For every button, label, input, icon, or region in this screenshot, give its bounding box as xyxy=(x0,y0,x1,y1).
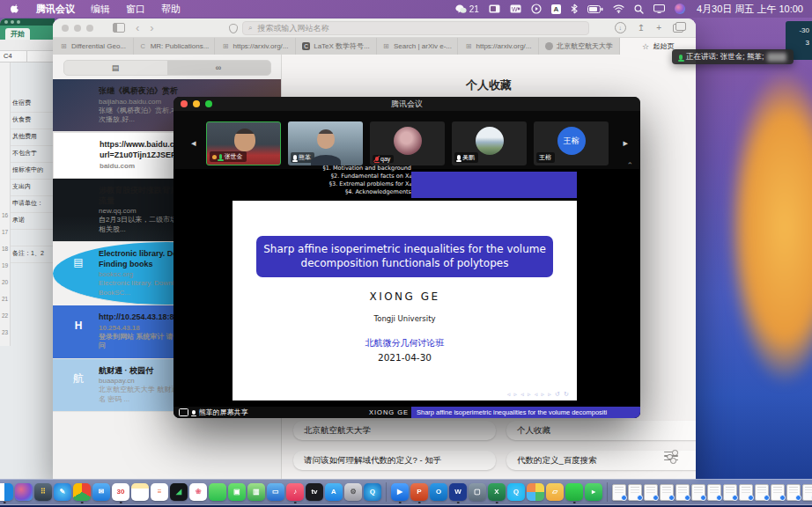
search-icon[interactable] xyxy=(634,4,644,14)
stocks-icon[interactable]: ◢ xyxy=(170,483,188,501)
scroll-left-icon[interactable]: ◂ xyxy=(191,137,196,149)
menu-bar-clock[interactable]: 4月30日 周五 上午 10:00 xyxy=(697,3,803,16)
minimized-window[interactable] xyxy=(660,484,674,501)
video-player-icon[interactable]: ▸ xyxy=(585,483,602,501)
siri-icon[interactable] xyxy=(15,483,33,501)
menu-item[interactable]: 编辑 xyxy=(91,3,110,16)
input-a-icon[interactable]: A xyxy=(551,4,561,14)
outlook-icon[interactable]: O xyxy=(430,483,447,501)
吴鹏[interactable]: 吴鹏 xyxy=(452,121,527,165)
apple-logo[interactable] xyxy=(11,4,20,15)
browser-tab[interactable]: Search | arXiv e-... xyxy=(377,38,458,55)
minimized-window[interactable] xyxy=(723,484,737,501)
music-icon[interactable]: ♪ xyxy=(286,483,304,501)
minimized-window[interactable] xyxy=(707,484,721,501)
chrome-icon[interactable] xyxy=(73,483,91,501)
tab-overview-icon[interactable] xyxy=(673,24,683,33)
browser-tab[interactable]: https://arxiv.org/... xyxy=(458,38,539,55)
wechat-icon[interactable]: 21 xyxy=(455,4,479,14)
favorite-pill[interactable]: 北京航空航天大学 xyxy=(293,421,496,440)
reading-list-segment[interactable]: ∞ xyxy=(167,61,270,75)
mail-icon[interactable]: ✉ xyxy=(92,483,110,501)
wps-cell[interactable]: 其他费用 xyxy=(11,129,55,146)
folder-icon[interactable]: ▱ xyxy=(546,483,564,501)
wps-cell[interactable]: 住宿费 xyxy=(11,96,55,113)
wps-cell[interactable]: 申请单位： xyxy=(11,196,55,213)
minimized-window[interactable] xyxy=(802,484,812,501)
beamer-nav-icons[interactable]: ◃ ▹ ◃ ▹ ◃ ▹ ▹ ↺ ↻ xyxy=(507,391,570,398)
search-input[interactable] xyxy=(255,23,583,33)
sidebar-toggle-icon[interactable] xyxy=(113,23,125,33)
divider[interactable] xyxy=(386,482,387,502)
menu-item[interactable]: 帮助 xyxy=(161,3,181,16)
minimized-window[interactable] xyxy=(771,484,785,501)
customize-page-icon[interactable] xyxy=(664,452,678,462)
wps-cell[interactable]: 报标准中的 xyxy=(11,163,55,180)
finder-icon[interactable] xyxy=(0,483,13,501)
wps-cell[interactable] xyxy=(11,230,55,246)
downloads-icon[interactable]: ↓ xyxy=(615,22,626,33)
wework-icon[interactable]: W xyxy=(510,4,521,13)
wps-cell[interactable]: 不包含于 xyxy=(11,146,55,163)
share-icon[interactable]: ↥ xyxy=(638,23,645,33)
favorite-pill[interactable]: 请问该如何理解域代数的定义? - 知乎 xyxy=(293,451,496,470)
wps-spreadsheet-window[interactable]: 开始 C4 1617181920212223 住宿费伙食费其他费用不包含于报标准… xyxy=(0,18,55,480)
wifi-icon[interactable] xyxy=(613,4,624,13)
calendar-icon[interactable]: 30 xyxy=(112,483,129,501)
address-bar[interactable]: ⌕ xyxy=(242,21,589,35)
tencent-meeting-icon[interactable]: ▶ xyxy=(391,483,409,501)
maps-icon[interactable] xyxy=(527,483,544,501)
remote-desktop-icon[interactable]: ▢ xyxy=(469,483,486,501)
compose-icon[interactable]: ✎ xyxy=(54,483,71,501)
minimized-window[interactable] xyxy=(675,484,690,501)
张世金[interactable]: 张世金 xyxy=(206,121,281,165)
messages-icon[interactable] xyxy=(209,483,226,501)
menu-item[interactable]: 窗口 xyxy=(126,3,145,16)
minimized-window[interactable] xyxy=(739,484,753,501)
minimized-window[interactable] xyxy=(644,484,658,501)
sidebar-segmented-control[interactable]: ▤ ∞ xyxy=(63,60,271,76)
wps-tab-start[interactable]: 开始 xyxy=(5,28,30,40)
qq-browser-icon[interactable]: Q xyxy=(507,483,525,501)
speaking-indicator-toast[interactable]: 正在讲话: 张世金; 熊革; xyxy=(672,49,794,64)
minimized-window[interactable] xyxy=(691,484,705,501)
back-icon[interactable]: ‹ xyxy=(136,21,139,34)
tv-icon[interactable]: tv xyxy=(306,483,323,501)
keynote-icon[interactable]: ▭ xyxy=(267,483,284,501)
scroll-right-icon[interactable]: ▸ xyxy=(623,137,628,149)
browser-tab[interactable]: https://arxiv.org/... xyxy=(215,38,296,55)
forward-icon[interactable]: › xyxy=(150,21,153,34)
divider[interactable] xyxy=(607,482,608,502)
熊革[interactable]: 熊革 xyxy=(288,121,363,165)
powerpoint-icon[interactable]: P xyxy=(410,483,428,501)
reminders-icon[interactable]: ≡ xyxy=(151,483,168,501)
favorite-pill[interactable]: 个人收藏 xyxy=(506,421,696,440)
minimized-window[interactable] xyxy=(612,484,626,501)
display-icon[interactable] xyxy=(653,4,665,13)
wps-cell-ref[interactable]: C4 xyxy=(0,51,27,62)
numbers-icon[interactable]: ▥ xyxy=(247,483,265,501)
wps-icon[interactable]: W xyxy=(449,483,467,501)
siri-icon[interactable] xyxy=(675,4,685,14)
appstore-icon[interactable]: A xyxy=(325,483,343,501)
bluetooth-icon[interactable] xyxy=(571,4,578,14)
quicktime-icon[interactable]: Q xyxy=(364,483,381,501)
facetime-icon[interactable]: ▣ xyxy=(228,483,246,501)
keyboard-icon[interactable] xyxy=(489,4,500,13)
wps-cell[interactable]: 承诺 xyxy=(11,213,55,230)
browser-tab[interactable]: LaTeX 数学符号... xyxy=(296,38,377,55)
notes-icon[interactable] xyxy=(131,483,149,501)
wechat-icon[interactable] xyxy=(565,483,583,501)
minimized-window[interactable] xyxy=(786,484,801,501)
browser-tab[interactable]: Differential Geo... xyxy=(53,38,134,55)
photos-icon[interactable]: ❀ xyxy=(189,483,207,501)
wps-cell[interactable]: 备注：1、2 xyxy=(11,246,55,263)
new-tab-icon[interactable]: + xyxy=(656,23,661,33)
minimized-window[interactable] xyxy=(628,484,642,501)
wps-cell[interactable]: 支出内 xyxy=(11,180,55,196)
browser-tab[interactable]: 北京航空航天大学 xyxy=(539,38,620,55)
settings-icon[interactable]: ⚙ xyxy=(344,483,362,501)
王榕[interactable]: 王榕 王榕 xyxy=(534,121,609,165)
menu-item[interactable]: 腾讯会议 xyxy=(36,3,75,16)
tencent-meeting-window[interactable]: 腾讯会议 ◂ 张世金 xyxy=(173,97,640,418)
